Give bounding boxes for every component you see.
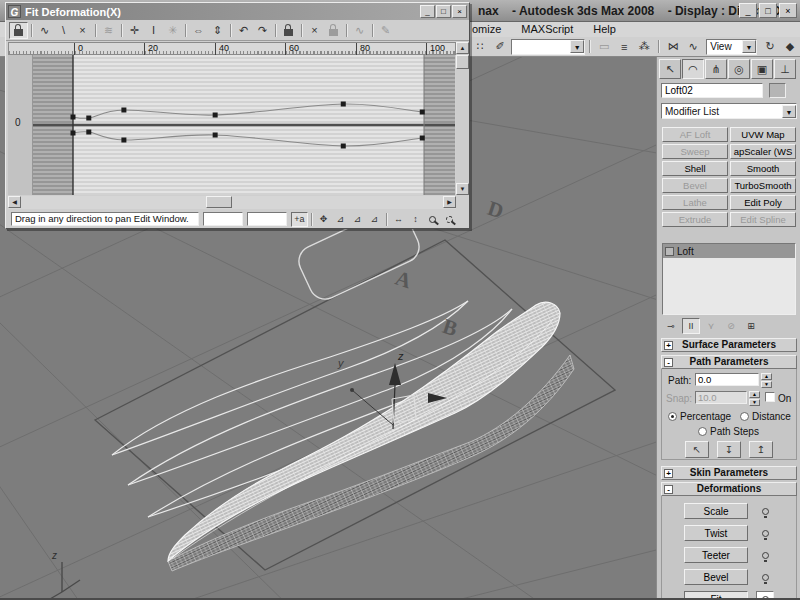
edit-named-selections-icon[interactable]: ▭ [594,38,614,55]
menu-customize[interactable]: omize [472,22,501,37]
named-selection-sets-icon[interactable]: ⁂ [634,38,654,55]
remove-modifier-icon[interactable]: ⊘ [722,318,740,334]
lock-selection-icon[interactable] [9,22,28,39]
curve-editor-icon[interactable]: ∿ [683,38,703,55]
zoom-horizontal-extents-icon[interactable]: ⊿ [349,212,366,227]
chevron-down-icon[interactable]: ▼ [782,105,796,118]
rollout-deformations[interactable]: - Deformations [661,482,797,496]
display-x-axis-icon[interactable]: ∿ [35,22,54,39]
modifier-list-dropdown[interactable]: Modifier List ▼ [661,103,797,119]
rotate-ccw-icon[interactable]: ↶ [234,22,253,39]
chevron-down-icon[interactable]: ▼ [570,40,584,53]
uvw-map-button[interactable]: UVW Map [730,127,796,142]
rollout-skin-parameters[interactable]: + Skin Parameters [661,466,797,480]
snap-toggle-icon[interactable]: ∷ [470,38,490,55]
status-field-2[interactable] [247,212,287,226]
mirror-icon[interactable]: ⋈ [663,38,683,55]
tab-utilities[interactable]: ⊥ [774,59,796,79]
status-field-1[interactable] [203,212,243,226]
swap-deform-curves-icon[interactable]: ≋ [99,22,118,39]
make-unique-icon[interactable]: ⋎ [702,318,720,334]
mirror-horizontally-icon[interactable]: ⇔ [189,22,208,39]
zoom-vertical-extents-icon[interactable]: ⊿ [366,212,383,227]
named-selection-combobox[interactable]: ▼ [511,39,585,55]
apscaler-button[interactable]: apScaler (WS [730,144,796,159]
scroll-up-icon[interactable]: ▲ [456,42,469,54]
path-steps-radio[interactable]: Path Steps [698,426,759,437]
spinner-up-icon[interactable]: ▲ [749,391,760,398]
lathe-button[interactable]: Lathe [662,195,728,210]
expand-icon[interactable]: + [664,469,673,478]
scroll-right-icon[interactable]: ▶ [443,196,456,208]
rotate-cw-icon[interactable]: ↷ [253,22,272,39]
tab-create[interactable]: ↖ [659,59,681,79]
lock-aspect-icon[interactable]: ✎ [376,22,395,39]
pin-stack-icon[interactable]: ⊸ [662,318,680,334]
keyboard-override-icon[interactable]: ✐ [490,38,510,55]
deformation-button[interactable]: Twist [684,525,748,541]
dialog-minimize-button[interactable]: _ [420,5,435,18]
spinner-down-icon[interactable]: ▼ [761,381,772,388]
menu-help[interactable]: Help [593,22,616,37]
snap-value-field[interactable] [695,391,747,404]
tab-display[interactable]: ▣ [751,59,773,79]
insert-corner-point-icon[interactable]: ✳ [163,22,182,39]
af-loft-button[interactable]: AF Loft [662,127,728,142]
bevel-modifier-button[interactable]: Bevel [662,178,728,193]
deformation-button[interactable]: Scale [684,503,748,519]
spinner-up-icon[interactable]: ▲ [761,373,772,380]
object-color-swatch[interactable] [769,83,786,98]
deformation-button[interactable]: Teeter [684,547,748,563]
scale-control-point-icon[interactable]: I [144,22,163,39]
extrude-button[interactable]: Extrude [662,212,728,227]
bulb-toggle[interactable] [756,525,774,541]
delete-curve-icon[interactable]: × [305,22,324,39]
deformation-button[interactable]: Bevel [684,569,748,585]
vertical-scroll-thumb[interactable] [456,55,469,69]
percentage-radio[interactable]: Percentage [668,411,731,422]
mirror-vertically-icon[interactable]: ⇕ [208,22,227,39]
edit-poly-button[interactable]: Edit Poly [730,195,796,210]
use-center-icon[interactable]: ↻ [760,38,780,55]
dialog-maximize-button[interactable]: □ [436,5,451,18]
display-y-axis-icon[interactable]: \ [54,22,73,39]
snap-frames-icon[interactable]: +a [291,212,308,227]
deformation-graph[interactable] [33,55,455,195]
zoom-region-icon[interactable] [441,212,458,227]
previous-shape-icon[interactable]: ↧ [717,441,741,458]
generate-path-icon[interactable]: ∿ [350,22,369,39]
configure-modifier-sets-icon[interactable]: ⊞ [742,318,760,334]
horizontal-scrollbar[interactable]: ◀ ▶ [8,196,456,209]
chevron-down-icon[interactable]: ▼ [742,40,756,53]
expand-icon[interactable]: + [664,341,673,350]
move-control-point-icon[interactable]: ✛ [125,22,144,39]
bulb-toggle[interactable] [756,503,774,519]
zoom-extents-icon[interactable]: ⊿ [332,212,349,227]
show-end-result-icon[interactable]: II [682,318,700,334]
modifier-stack[interactable]: Loft [662,243,796,315]
tab-modify[interactable]: ◠ [682,59,704,79]
deformation-curves[interactable] [33,55,455,195]
get-shape-icon[interactable] [279,22,298,39]
edit-spline-button[interactable]: Edit Spline [730,212,796,227]
spinner-down-icon[interactable]: ▼ [749,399,760,406]
collapse-icon[interactable]: - [664,485,673,494]
pan-icon[interactable]: ✥ [315,212,332,227]
bulb-toggle[interactable] [756,547,774,563]
horizontal-scroll-thumb[interactable] [206,196,232,208]
display-xy-axes-icon[interactable]: × [73,22,92,39]
next-shape-icon[interactable]: ↥ [749,441,773,458]
shell-button[interactable]: Shell [662,161,728,176]
object-name-field[interactable] [661,83,763,98]
reset-curve-icon[interactable] [324,22,343,39]
manipulate-icon[interactable]: ◆ [780,38,800,55]
bulb-toggle[interactable] [756,569,774,585]
scroll-down-icon[interactable]: ▼ [456,183,469,195]
turbosmooth-button[interactable]: TurboSmooth [730,178,796,193]
zoom-icon[interactable] [424,212,441,227]
distance-radio[interactable]: Distance [740,411,791,422]
layer-manager-icon[interactable]: ≡ [614,38,634,55]
pick-shape-icon[interactable]: ↖ [685,441,709,458]
tab-hierarchy[interactable]: ⋔ [705,59,727,79]
main-close-button[interactable]: × [779,3,797,18]
